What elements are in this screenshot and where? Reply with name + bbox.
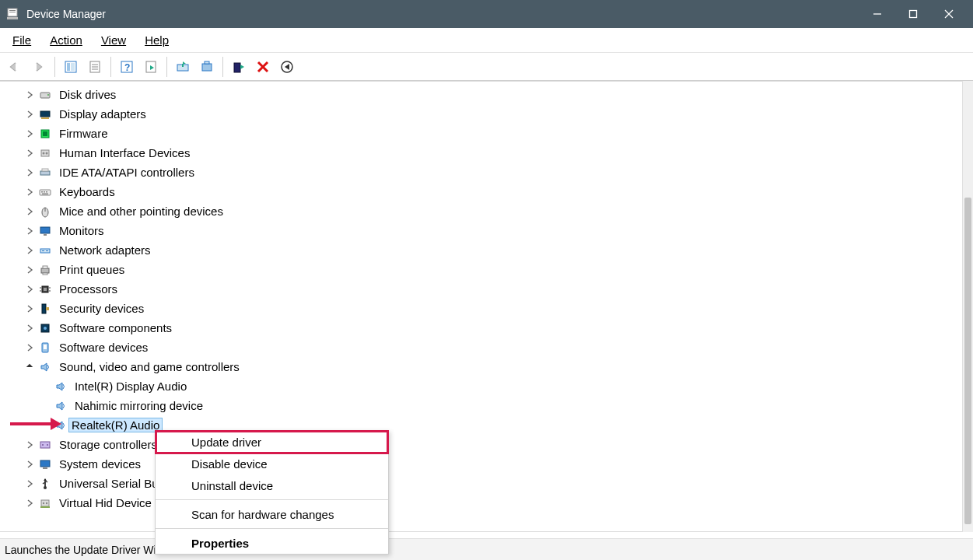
software-device-icon [39,341,51,354]
expand-icon[interactable] [25,187,34,197]
tree-item[interactable]: Display adapters [0,104,973,124]
menu-file[interactable]: File [3,30,40,50]
context-menu-item[interactable]: Update driver [156,431,388,453]
enable-device-button[interactable] [229,57,249,77]
tree-item[interactable]: Disk drives [0,85,973,104]
tree-item[interactable]: Mice and other pointing devices [0,201,973,221]
svg-rect-48 [44,234,47,236]
expand-icon[interactable] [25,207,34,216]
expand-icon[interactable] [25,324,34,333]
tree-item[interactable]: Intel(R) Display Audio [0,376,973,396]
security-icon [39,303,51,315]
context-menu-item[interactable]: Properties [156,532,388,554]
tree-item[interactable]: Realtek(R) Audio [0,415,973,435]
system-icon [39,458,51,471]
scan-hardware-button[interactable] [197,57,217,77]
show-hide-tree-button[interactable] [61,57,81,77]
expand-icon[interactable] [25,168,34,177]
context-menu-item[interactable]: Disable device [156,453,388,474]
expand-icon[interactable] [25,129,34,138]
context-menu-item[interactable]: Scan for hardware changes [156,503,388,525]
svg-rect-51 [46,250,48,251]
tree-item[interactable]: Software devices [0,338,973,357]
menu-action[interactable]: Action [40,30,92,50]
tree-item-label: Nahimic mirroring device [72,399,206,412]
tree-item[interactable]: IDE ATA/ATAPI controllers [0,163,973,182]
context-menu-label: Scan for hardware changes [191,508,334,521]
context-menu-item[interactable]: Uninstall device [156,474,388,496]
tree-item[interactable]: Processors [0,279,973,299]
ide-icon [39,166,51,179]
expand-icon[interactable] [25,226,34,236]
vertical-scrollbar[interactable] [962,81,973,532]
properties-button[interactable] [85,57,105,77]
tree-item-label: Human Interface Devices [56,146,193,159]
tree-item[interactable]: Monitors [0,221,973,240]
expand-icon[interactable] [25,90,34,100]
hid-icon [39,147,51,159]
tree-item[interactable]: Virtual Hid Device Service [0,493,973,513]
context-menu-separator [156,499,388,500]
svg-rect-74 [40,460,50,467]
menu-help[interactable]: Help [135,30,178,50]
component-icon [39,322,51,334]
collapse-icon[interactable] [25,362,34,372]
svg-rect-54 [43,273,47,275]
close-button[interactable] [931,0,967,28]
forward-button[interactable] [29,57,49,77]
tree-item[interactable]: Human Interface Devices [0,143,973,163]
svg-rect-22 [205,61,209,64]
tree-item[interactable]: Keyboards [0,182,973,201]
tree-item[interactable]: Universal Serial Bus controllers [0,474,973,493]
svg-rect-50 [42,250,44,251]
tree-item[interactable]: Security devices [0,299,973,318]
svg-marker-69 [57,402,62,410]
action-button[interactable] [141,57,161,77]
svg-point-64 [44,327,47,330]
printer-icon [39,264,51,276]
svg-point-37 [46,152,48,154]
expand-icon[interactable] [25,499,34,508]
expand-icon[interactable] [25,246,34,255]
expand-icon[interactable] [25,304,34,313]
svg-rect-61 [42,304,46,313]
titlebar: Device Manager [0,0,973,28]
svg-marker-77 [44,478,47,481]
svg-rect-38 [40,171,50,175]
tree-item[interactable]: Sound, video and game controllers [0,357,973,376]
context-menu: Update driverDisable deviceUninstall dev… [155,430,389,555]
tree-item[interactable]: Firmware [0,124,973,143]
tree-item[interactable]: Nahimic mirroring device [0,396,973,415]
back-button[interactable] [5,57,25,77]
help-button[interactable]: ? [117,57,137,77]
expand-icon[interactable] [25,149,34,158]
svg-rect-31 [40,111,50,117]
expand-icon[interactable] [25,343,34,352]
tree-item[interactable]: Software components [0,318,973,338]
expand-icon[interactable] [25,479,34,488]
svg-point-79 [43,502,44,503]
context-menu-label: Update driver [191,436,261,449]
toolbar-sep [110,57,111,77]
tree-item[interactable]: Storage controllers [0,435,973,454]
expand-icon[interactable] [25,460,34,469]
uninstall-device-button[interactable] [253,57,273,77]
expand-icon[interactable] [25,110,34,119]
expand-icon[interactable] [25,265,34,275]
disable-device-button[interactable] [277,57,297,77]
minimize-button[interactable] [859,0,895,28]
expand-icon[interactable] [25,440,34,450]
processor-icon [39,283,51,296]
maximize-button[interactable] [895,0,931,28]
svg-rect-75 [43,467,47,469]
update-driver-button[interactable] [173,57,193,77]
menu-view[interactable]: View [92,30,135,50]
tree-item[interactable]: Print queues [0,260,973,279]
expand-icon[interactable] [25,285,34,294]
tree-item[interactable]: System devices [0,454,973,474]
svg-rect-3 [7,17,18,19]
scrollbar-thumb[interactable] [964,198,971,524]
tree-item-label: Sound, video and game controllers [56,360,243,373]
tree-item[interactable]: Network adapters [0,240,973,260]
toolbar: ? [0,53,973,81]
